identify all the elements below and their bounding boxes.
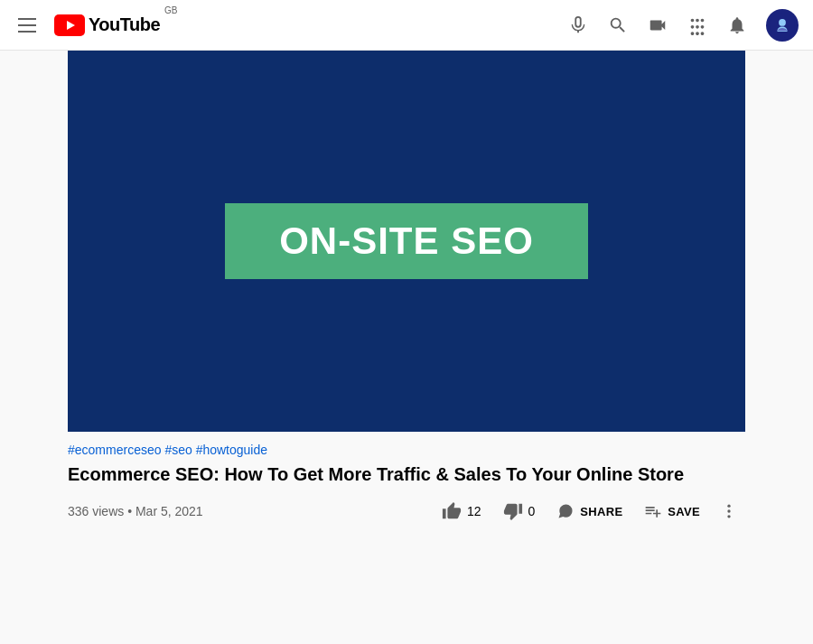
user-avatar[interactable]: [766, 9, 799, 42]
dislike-button[interactable]: 0: [494, 496, 545, 527]
create-video-icon[interactable]: [647, 14, 668, 36]
video-tags[interactable]: #ecommerceseo #seo #howtoguide: [68, 443, 745, 457]
video-actions: 12 0 SHARE: [433, 495, 745, 527]
apps-grid-icon[interactable]: [687, 14, 708, 36]
video-info: #ecommerceseo #seo #howtoguide Ecommerce…: [68, 432, 745, 527]
video-title: Ecommerce SEO: How To Get More Traffic &…: [68, 462, 745, 486]
header: YouTube GB: [0, 0, 813, 51]
video-stats: 336 views • Mar 5, 2021: [68, 504, 203, 518]
search-icon[interactable]: [607, 14, 629, 36]
svg-point-4: [727, 505, 730, 508]
like-button[interactable]: 12: [433, 496, 491, 527]
header-right: [567, 9, 799, 42]
svg-point-6: [727, 515, 730, 518]
notifications-icon[interactable]: [726, 14, 748, 36]
video-thumbnail-banner: ON-SITE SEO: [225, 203, 588, 279]
youtube-logo-icon: [54, 14, 85, 36]
share-label: SHARE: [580, 505, 622, 518]
video-banner-text: ON-SITE SEO: [279, 219, 534, 263]
youtube-logo[interactable]: YouTube GB: [54, 14, 178, 36]
share-button[interactable]: SHARE: [547, 497, 631, 526]
svg-point-5: [727, 509, 730, 512]
country-badge: GB: [164, 5, 177, 15]
dislike-count: 0: [528, 504, 536, 518]
header-left: YouTube GB: [14, 14, 178, 36]
video-meta-row: 336 views • Mar 5, 2021 12 0: [68, 495, 745, 527]
like-count: 12: [467, 504, 481, 518]
main-content: ON-SITE SEO #ecommerceseo #seo #howtogui…: [0, 51, 813, 527]
youtube-text: YouTube: [89, 14, 160, 35]
hamburger-menu-button[interactable]: [14, 14, 40, 36]
more-options-button[interactable]: [713, 495, 745, 527]
video-player[interactable]: ON-SITE SEO: [68, 51, 745, 432]
microphone-icon[interactable]: [567, 14, 589, 36]
svg-point-3: [779, 19, 786, 26]
save-button[interactable]: SAVE: [635, 497, 709, 526]
save-label: SAVE: [668, 505, 700, 518]
